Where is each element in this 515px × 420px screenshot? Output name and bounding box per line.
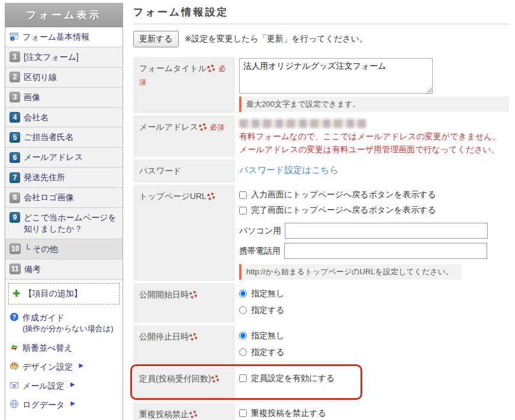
sidebar-item-5[interactable]: 5 ご担当者氏名	[5, 127, 123, 148]
item-number-badge: 4	[9, 112, 20, 123]
show-return-complete-screen-option[interactable]: 完了画面にトップページへ戻るボタンを表示する	[239, 205, 509, 216]
sidebar-item-4[interactable]: 4 会社名	[5, 108, 123, 128]
sidebar-item-2[interactable]: 2 区切り線	[5, 68, 123, 88]
help-icon[interactable]	[207, 63, 215, 76]
sidebar: フォーム表示 i フォーム基本情報 1 [注文フォーム] 2 区切り線	[5, 3, 123, 420]
help-icon[interactable]	[189, 332, 197, 344]
mobile-url-label: 携帯電話用	[239, 246, 281, 257]
duplicate-forbid-option[interactable]: 重複投稿を禁止する	[239, 408, 509, 419]
tool-label: デザイン設定	[22, 361, 73, 372]
publish-start-none-option[interactable]: 指定無し	[239, 288, 509, 299]
row-email: メールアドレス 必須 有料フォームなので、ここではメールアドレスの変更ができませ…	[133, 116, 509, 158]
update-button[interactable]: 更新する	[133, 31, 179, 47]
sidebar-item-10[interactable]: 10 └ その他	[5, 239, 123, 259]
chevron-right-icon: ▶	[79, 361, 83, 369]
sidebar-item-label: 画像	[24, 92, 40, 103]
sidebar-item-basic-info[interactable]: i フォーム基本情報	[5, 27, 123, 47]
sidebar-item-label: メールアドレス	[24, 152, 83, 163]
publish-stop-set-option[interactable]: 指定する	[239, 347, 509, 358]
form-title-label: フォームタイトル 必須	[133, 57, 235, 113]
sidebar-item-label: 備考	[24, 264, 41, 275]
form-title-note: 最大200文字まで設定できます。	[239, 97, 509, 112]
question-icon: ?	[9, 312, 19, 322]
item-number-badge: 11	[9, 264, 21, 274]
capacity-enable-checkbox[interactable]	[239, 374, 247, 382]
show-return-input-screen-checkbox[interactable]	[239, 191, 247, 199]
sidebar-tool-mail[interactable]: メール設定 ▶	[5, 376, 123, 395]
sidebar-item-7[interactable]: 7 発送先住所	[5, 168, 123, 188]
duplicate-forbid-checkbox[interactable]	[239, 409, 247, 417]
palette-icon	[9, 361, 19, 371]
publish-stop-set-radio[interactable]	[239, 348, 247, 356]
publish-start-label: 公開開始日時	[133, 283, 235, 323]
tool-sublabel: (操作が分からない場合は)	[22, 324, 114, 333]
publish-start-none-radio[interactable]	[239, 290, 247, 297]
help-icon[interactable]	[199, 122, 207, 134]
sidebar-item-label: └ その他	[24, 243, 57, 255]
log-data-icon	[9, 399, 19, 409]
sidebar-item-8[interactable]: 8 会社ロゴ画像	[5, 188, 123, 208]
row-publish-stop: 公開停止日時 指定無し 指定する	[133, 325, 509, 365]
help-icon[interactable]	[207, 191, 215, 204]
sidebar-tool-reorder[interactable]: 順番並べ替え	[5, 338, 123, 357]
sidebar-item-3[interactable]: 3 画像	[5, 88, 123, 108]
sidebar-tool-logdata[interactable]: ログデータ ▶	[5, 395, 123, 414]
tool-label: 作成ガイド	[22, 313, 65, 322]
sidebar-item-label: 会社名	[24, 112, 49, 123]
publish-start-set-option[interactable]: 指定する	[239, 305, 509, 316]
help-icon[interactable]	[189, 409, 197, 420]
sidebar-item-9[interactable]: 9 どこで当ホームページを知りましたか？	[5, 208, 123, 239]
item-number-badge: 9	[9, 212, 20, 223]
item-number-badge: 5	[9, 132, 20, 143]
sidebar-tool-design[interactable]: デザイン設定 ▶	[5, 357, 123, 376]
item-number-badge: 7	[9, 172, 20, 183]
pc-url-label: パソコン用	[239, 226, 281, 236]
sidebar-item-label: 会社ロゴ画像	[24, 192, 74, 203]
password-label: パスワード	[133, 159, 235, 182]
publish-stop-label: 公開停止日時	[133, 325, 235, 365]
pc-url-input[interactable]	[285, 223, 488, 239]
page-title: フォーム情報設定	[133, 3, 509, 24]
email-warning-2: メールアドレスの変更は有料ユーザ用管理画面で行なってください。	[239, 143, 509, 156]
help-icon[interactable]	[211, 374, 219, 386]
publish-stop-none-option[interactable]: 指定無し	[239, 331, 509, 341]
tool-label: メール設定	[22, 380, 65, 391]
item-number-badge: 3	[9, 92, 20, 102]
sidebar-item-label: 区切り線	[24, 72, 57, 83]
show-return-complete-screen-checkbox[interactable]	[239, 207, 247, 214]
main-content: フォーム情報設定 更新する ※設定を変更したら「更新」を行ってください。 フォー…	[123, 0, 515, 420]
duplicate-label: 重複投稿禁止	[133, 403, 235, 420]
tool-label: ログデータ	[22, 399, 65, 410]
mail-icon	[9, 380, 19, 390]
item-number-badge: 8	[9, 193, 20, 203]
help-icon[interactable]	[189, 290, 197, 302]
publish-start-set-radio[interactable]	[239, 306, 247, 314]
item-number-badge: 6	[9, 152, 20, 163]
sidebar-item-label: フォーム基本情報	[22, 31, 89, 43]
plus-icon: ✚	[12, 289, 20, 299]
sidebar-tool-guide[interactable]: ? 作成ガイド (操作が分からない場合は)	[5, 308, 123, 338]
email-label: メールアドレス 必須	[133, 116, 235, 158]
add-item-button[interactable]: ✚ 【項目の追加】	[8, 283, 120, 304]
page: フォーム表示 i フォーム基本情報 1 [注文フォーム] 2 区切り線	[0, 0, 515, 420]
sidebar-item-label: 発送先住所	[24, 172, 65, 183]
row-publish-start: 公開開始日時 指定無し 指定する	[133, 283, 509, 323]
form-display-header[interactable]: フォーム表示	[5, 4, 123, 27]
mobile-url-input[interactable]	[284, 243, 487, 259]
item-number-badge: 10	[9, 243, 21, 254]
password-settings-link[interactable]: パスワード設定はこちら	[239, 165, 339, 175]
sidebar-item-6[interactable]: 6 メールアドレス	[5, 148, 123, 168]
top-url-label: トップページURL	[133, 185, 235, 281]
sidebar-item-1[interactable]: 1 [注文フォーム]	[5, 47, 123, 68]
sort-arrows-icon	[9, 342, 19, 352]
tool-label: 順番並べ替え	[22, 342, 73, 353]
show-return-input-screen-option[interactable]: 入力画面にトップページへ戻るボタンを表示する	[239, 190, 509, 200]
form-title-textarea[interactable]: 法人用オリジナルグッズ注文フォーム	[239, 58, 433, 94]
sidebar-item-11[interactable]: 11 備考	[5, 259, 123, 280]
row-top-url: トップページURL 入力画面にトップページへ戻るボタンを表示する 完了画面にトッ…	[133, 185, 509, 281]
chevron-right-icon: ▶	[70, 399, 75, 407]
row-form-title: フォームタイトル 必須 法人用オリジナルグッズ注文フォーム 最大200文字まで設…	[133, 57, 509, 113]
sidebar-item-label: どこで当ホームページを知りましたか？	[24, 212, 119, 235]
publish-stop-none-radio[interactable]	[239, 332, 247, 339]
capacity-enable-option[interactable]: 定員設定を有効にする	[239, 373, 509, 384]
